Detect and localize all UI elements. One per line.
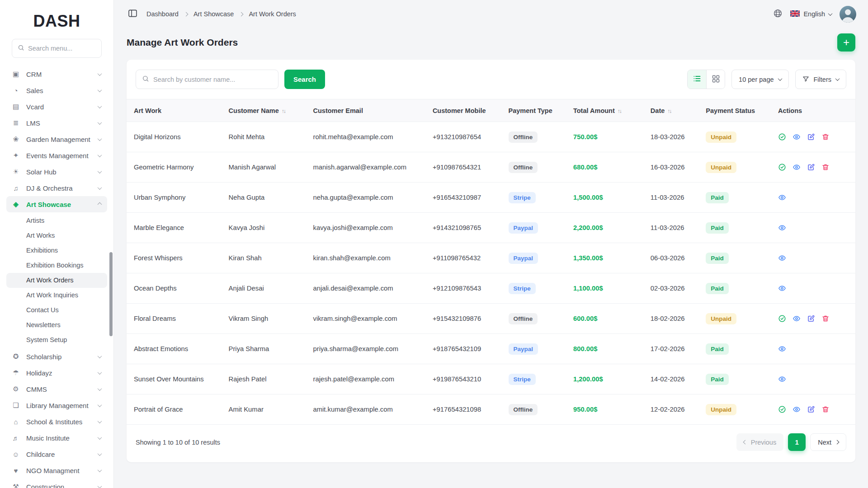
edit-button[interactable] [807,133,815,141]
sidebar-toggle-button[interactable] [126,7,139,21]
sidebar-item-art-works[interactable]: Art Works [6,228,107,243]
sidebar-item-exhibitions[interactable]: Exhibitions [6,243,107,258]
sidebar-item-cmms[interactable]: ⚙CMMS [6,381,107,397]
view-button[interactable] [778,224,786,232]
sidebar-item-garden-management[interactable]: ❀Garden Management [6,131,107,147]
sidebar-item-newsletters[interactable]: Newsletters [6,318,107,333]
music-note-icon: ♫ [11,184,20,192]
sidebar-item-crm[interactable]: ▣CRM [6,66,107,82]
brand-logo[interactable]: DASH [0,0,113,36]
sidebar-item-events-management[interactable]: ✦Events Management [6,147,107,164]
sidebar-item-sales[interactable]: ◔Sales [6,82,107,99]
cell-customer-name: Kavya Joshi [222,213,306,243]
sidebar-item-solar-hub[interactable]: ☀Solar Hub [6,164,107,180]
payment-status-badge: Paid [706,343,729,355]
delete-button[interactable] [821,133,830,141]
cell-customer-name: Kiran Shah [222,243,306,273]
col-customer-name[interactable]: Customer Name↑↓ [222,99,306,122]
view-button[interactable] [793,133,801,141]
sidebar-item-ngo-managment[interactable]: ♥NGO Managment [6,462,107,479]
delete-button[interactable] [821,163,830,171]
sidebar-item-school-institutes[interactable]: ⌂School & Institutes [6,413,107,430]
col-customer-mobile: Customer Mobile [425,99,501,122]
sidebar-submenu: ArtistsArt WorksExhibitionsExhibition Bo… [0,212,113,348]
col-customer-email: Customer Email [306,99,425,122]
check-circle-icon [778,163,786,171]
avatar[interactable] [840,6,856,23]
grid-view-button[interactable] [706,70,725,89]
sidebar-item-dj-orchestra[interactable]: ♫DJ & Orchestra [6,180,107,196]
view-button[interactable] [778,193,786,202]
menu-search-input[interactable] [28,45,96,52]
sidebar-item-art-work-inquiries[interactable]: Art Work Inquiries [6,288,107,303]
list-view-button[interactable] [688,70,706,89]
breadcrumb-art-work-orders: Art Work Orders [249,10,296,18]
edit-button[interactable] [807,314,815,323]
view-button[interactable] [778,254,786,262]
delete-button[interactable] [821,314,830,323]
monitor-icon: ▣ [11,70,20,78]
col-total-amount[interactable]: Total Amount↑↓ [566,99,643,122]
next-page-button[interactable]: Next [810,433,846,451]
approve-button[interactable] [778,133,786,141]
sidebar-item-holidayz[interactable]: ☂Holidayz [6,365,107,381]
breadcrumb-art-showcase[interactable]: Art Showcase [193,10,234,18]
view-button[interactable] [778,375,786,383]
filters-button[interactable]: Filters [795,70,846,89]
sidebar-item-system-setup[interactable]: System Setup [6,333,107,347]
edit-icon [807,133,815,141]
cell-customer-email: anjali.desai@example.com [306,273,425,304]
sidebar-item-construction[interactable]: ⚒Construction [6,479,107,488]
flower-icon: ❀ [11,135,20,143]
previous-page-button[interactable]: Previous [736,433,783,451]
palette-icon: ◈ [11,200,20,208]
sidebar-item-artists[interactable]: Artists [6,213,107,228]
table-toolbar: Search [127,60,855,99]
view-button[interactable] [778,345,786,353]
sidebar-scrollbar[interactable] [109,252,113,336]
cell-total-amount: 750.00$ [566,122,643,152]
edit-button[interactable] [807,163,815,171]
sidebar-item-lms[interactable]: ≣LMS [6,115,107,131]
col-date[interactable]: Date↑↓ [643,99,699,122]
cell-art-work: Sunset Over Mountains [127,364,222,394]
sort-icon: ↑↓ [618,108,621,114]
page-1-button[interactable]: 1 [788,433,806,451]
sidebar-item-exhibition-bookings[interactable]: Exhibition Bookings [6,258,107,273]
view-button[interactable] [793,405,801,413]
customer-search-input[interactable] [153,76,272,83]
sidebar-item-art-work-orders[interactable]: Art Work Orders [6,273,107,288]
sidebar-item-art-showcase[interactable]: ◈Art Showcase [6,196,107,212]
cell-customer-mobile: +912109876543 [425,273,501,304]
sidebar-item-vcard[interactable]: ▤Vcard [6,99,107,115]
language-selector[interactable]: English [790,10,832,18]
sidebar-item-music-institute[interactable]: ♬Music Institute [6,430,107,446]
edit-button[interactable] [807,405,815,413]
view-button[interactable] [778,284,786,292]
view-button[interactable] [793,163,801,171]
sidebar-item-scholarship[interactable]: ✪Scholarship [6,348,107,365]
sidebar-item-contact-us[interactable]: Contact Us [6,303,107,318]
view-button[interactable] [793,314,801,323]
search-button[interactable]: Search [284,70,325,89]
add-order-button[interactable]: + [837,33,855,52]
cell-total-amount: 600.00$ [566,304,643,334]
chevron-down-icon [98,104,102,108]
globe-button[interactable] [773,9,783,19]
breadcrumb-dashboard[interactable]: Dashboard [146,10,179,18]
chevron-down-icon [98,169,102,174]
sun-icon: ☀ [11,168,20,176]
delete-button[interactable] [821,405,830,413]
table-row: Floral DreamsVikram Singhvikram.singh@ex… [127,304,855,334]
approve-button[interactable] [778,314,786,323]
cell-art-work: Geometric Harmony [127,152,222,183]
approve-button[interactable] [778,163,786,171]
chevron-up-icon [98,202,102,206]
table-row: Geometric HarmonyManish Agarwalmanish.ag… [127,152,855,183]
sidebar-item-childcare[interactable]: ☺Childcare [6,446,107,462]
customer-search [136,70,278,89]
per-page-select[interactable]: 10 per page [731,70,788,89]
sidebar-item-library-management[interactable]: ❏Library Management [6,397,107,413]
approve-button[interactable] [778,405,786,413]
orders-card: Search [127,60,855,462]
